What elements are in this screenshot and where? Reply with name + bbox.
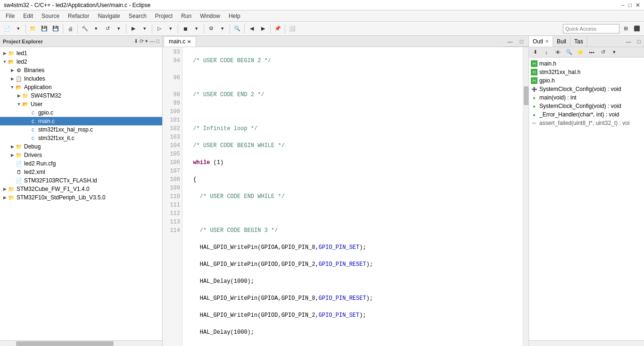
tree-arrow-includes[interactable]: ▶ <box>9 76 15 81</box>
tree-item-stm32-it[interactable]: ▶ c stm32f1xx_it.c <box>0 134 162 142</box>
menu-edit[interactable]: Edit <box>19 12 37 20</box>
tree-item-binaries[interactable]: ▶ ⚙ Binaries <box>0 66 162 74</box>
tree-arrow-debug[interactable]: ▶ <box>9 144 15 149</box>
toolbar-new-btn[interactable]: 📄 <box>2 24 12 34</box>
toolbar-open-btn[interactable]: 📁 <box>28 24 38 34</box>
outline-min-btn[interactable]: — <box>623 36 634 47</box>
outline-item-stm32-hal-h[interactable]: H stm32f1xx_hal.h <box>529 68 644 76</box>
menu-file[interactable]: File <box>2 12 18 20</box>
toolbar-fwd-btn[interactable]: ▶ <box>258 24 268 34</box>
tree-item-stm32f10x-stdperiph[interactable]: ▶ 📁 STM32F10x_StdPeriph_Lib_V3.5.0 <box>0 193 162 202</box>
outline-panel-scrollbar[interactable] <box>529 340 644 346</box>
toolbar-stop-dd[interactable]: ▾ <box>191 24 202 34</box>
tree-arrow-stm32f10x-stdperiph[interactable]: ▶ <box>2 195 8 200</box>
outline-hide-btn[interactable]: 👁 <box>553 47 563 58</box>
outline-star-btn[interactable]: ⭐ <box>575 47 586 58</box>
menu-source[interactable]: Source <box>38 12 63 20</box>
tree-arrow-drivers[interactable]: ▶ <box>9 153 15 157</box>
tree-item-drivers[interactable]: ▶ 📁 Drivers <box>0 151 162 159</box>
editor-min-btn[interactable]: — <box>505 36 515 47</box>
pe-menu-btn[interactable]: ▾ <box>145 38 148 44</box>
tree-arrow-user[interactable]: ▼ <box>16 102 22 107</box>
tree-arrow-sw4stm32[interactable]: ▶ <box>16 93 22 98</box>
outline-sort-btn[interactable]: ↕ <box>541 47 552 58</box>
quick-access-input[interactable] <box>563 24 619 33</box>
toolbar-refresh-btn[interactable]: ↺ <box>102 24 113 34</box>
tree-item-application[interactable]: ▼ 📂 Application <box>0 83 162 91</box>
toolbar-new-dd[interactable]: ▾ <box>13 24 24 34</box>
outline-tab-outl[interactable]: Outl ✕ <box>529 36 553 47</box>
tree-item-stm32cube-fw[interactable]: ▶ 📁 STM32Cube_FW_F1_V1.4.0 <box>0 185 162 193</box>
editor-tab-main-c[interactable]: main.c ✕ <box>164 36 196 47</box>
toolbar-save-btn[interactable]: 💾 <box>39 24 50 34</box>
menu-window[interactable]: Window <box>196 12 224 20</box>
toolbar-back-btn[interactable]: ◀ <box>247 24 257 34</box>
tree-item-stm32-hal-msp[interactable]: ▶ c stm32f1xx_hal_msp.c <box>0 125 162 134</box>
toolbar-layout-btn[interactable]: ⊞ <box>620 24 631 34</box>
tree-item-main-c[interactable]: ▶ c main.c <box>0 117 162 125</box>
outline-collapse-btn[interactable]: ⬇ <box>530 47 540 58</box>
outline-max-btn[interactable]: □ <box>634 36 644 47</box>
tree-item-sw4stm32[interactable]: ▶ 📁 SW4STM32 <box>0 91 162 100</box>
toolbar-ext-btn[interactable]: ⚙ <box>206 24 216 34</box>
menu-run[interactable]: Run <box>177 12 195 20</box>
pe-scrollbar[interactable] <box>0 340 162 346</box>
outline-tab-tasks[interactable]: Tas <box>570 36 587 47</box>
tree-arrow-led1[interactable]: ▶ <box>2 51 8 56</box>
menu-project[interactable]: Project <box>151 12 176 20</box>
tree-arrow-stm32cube-fw[interactable]: ▶ <box>2 187 8 191</box>
toolbar-build-btn[interactable]: 🔨 <box>80 24 90 34</box>
tree-item-led2[interactable]: ▼ 📂 led2 <box>0 58 162 66</box>
editor-vscrollbar[interactable] <box>523 47 528 346</box>
toolbar-run-btn[interactable]: ▷ <box>154 24 165 34</box>
tree-item-debug[interactable]: ▶ 📁 Debug <box>0 142 162 151</box>
tree-item-user[interactable]: ▼ 📂 User <box>0 100 162 108</box>
outline-filter-btn[interactable]: 🔍 <box>564 47 574 58</box>
outline-item-gpio-h[interactable]: H gpio.h <box>529 76 644 85</box>
toolbar-ext-dd[interactable]: ▾ <box>217 24 228 34</box>
tree-arrow-application[interactable]: ▼ <box>9 85 15 90</box>
close-button[interactable]: ✕ <box>636 2 640 8</box>
toolbar-search-btn[interactable]: 🔍 <box>232 24 242 34</box>
tree-arrow-led2[interactable]: ▼ <box>2 59 8 64</box>
outline-item-sysclock-config[interactable]: ➕ SystemClock_Config(void) : void <box>529 85 644 93</box>
tree-item-gpio-c[interactable]: ▶ c gpio.c <box>0 108 162 117</box>
pe-scrollbar-thumb[interactable] <box>16 341 113 346</box>
toolbar-save-all-btn[interactable]: 💾 <box>50 24 61 34</box>
toolbar-debug-btn[interactable]: ▶ <box>128 24 139 34</box>
outline-item-sysclock-impl[interactable]: ● SystemClock_Config(void) : void <box>529 102 644 110</box>
menu-navigate[interactable]: Navigate <box>94 12 124 20</box>
pe-collapse-btn[interactable]: ⬇ <box>134 38 138 44</box>
editor-max-btn[interactable]: □ <box>516 36 527 47</box>
toolbar-stop-btn[interactable]: ⏹ <box>180 24 190 34</box>
outline-item-main-void[interactable]: ● main(void) : int <box>529 93 644 102</box>
tree-item-stm32-flash-ld[interactable]: ▶ 📄 STM32F103RCTx_FLASH.ld <box>0 176 162 185</box>
maximize-button[interactable]: □ <box>628 2 632 8</box>
toolbar-build-dd[interactable]: ▾ <box>91 24 101 34</box>
outline-item-error-handler[interactable]: ● _Error_Handler(char*, int) : void <box>529 110 644 119</box>
outline-dots-btn[interactable]: ••• <box>586 47 597 58</box>
toolbar-perspective-btn[interactable]: ⬜ <box>287 24 297 34</box>
menu-help[interactable]: Help <box>225 12 244 20</box>
menu-search[interactable]: Search <box>125 12 150 20</box>
pe-maximize-btn[interactable]: □ <box>156 38 159 44</box>
pe-minimize-btn[interactable]: — <box>149 38 155 44</box>
tree-item-led2-xml[interactable]: ▶ 🗒 led2.xml <box>0 168 162 176</box>
code-content[interactable]: /* USER CODE BEGIN 2 */ /* USER CODE END… <box>182 47 523 346</box>
tree-item-led2-run-cfg[interactable]: ▶ 📄 led2 Run.cfg <box>0 159 162 168</box>
outline-tab-outl-close[interactable]: ✕ <box>545 39 549 44</box>
editor-vscrollbar-thumb[interactable] <box>524 86 528 105</box>
toolbar-marker-btn[interactable]: 📌 <box>272 24 283 34</box>
tree-item-led1[interactable]: ▶ 📁 led1 <box>0 49 162 58</box>
toolbar-print-btn[interactable]: 🖨 <box>65 24 75 34</box>
pe-link-btn[interactable]: ⟳ <box>140 38 144 44</box>
menu-refactor[interactable]: Refactor <box>64 12 93 20</box>
tree-arrow-binaries[interactable]: ▶ <box>9 68 15 73</box>
toolbar-run-dd[interactable]: ▾ <box>165 24 176 34</box>
outline-item-main-h[interactable]: H main.h <box>529 59 644 68</box>
toolbar-persp-btn[interactable]: ⬛ <box>632 24 642 34</box>
outline-tab-build[interactable]: Buil <box>553 36 570 47</box>
toolbar-refresh-dd[interactable]: ▾ <box>114 24 124 34</box>
tree-item-includes[interactable]: ▶ 📋 Includes <box>0 74 162 83</box>
toolbar-debug-dd[interactable]: ▾ <box>140 24 150 34</box>
